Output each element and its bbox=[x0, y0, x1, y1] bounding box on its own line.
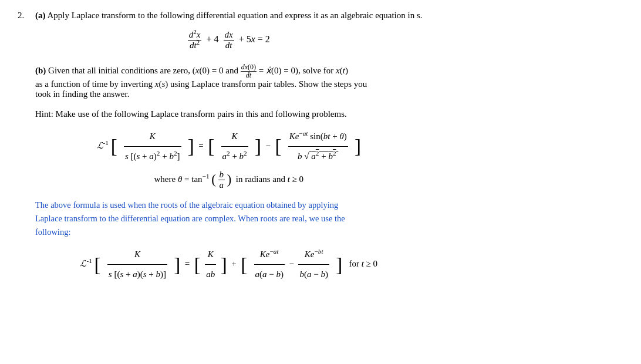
question-number: 2. bbox=[18, 11, 32, 287]
part-b: (b) Given that all initial conditions ar… bbox=[35, 63, 423, 99]
where-theta-line: where θ = tan−1 ( b a ) in radians and t… bbox=[35, 170, 423, 190]
hint-text: Hint: Make use of the following Laplace … bbox=[35, 107, 423, 121]
above-formula-line1: The above formula is used when the roots… bbox=[35, 198, 423, 212]
question-body: (a) Apply Laplace transform to the follo… bbox=[35, 11, 423, 287]
above-formula-line2: Laplace transform to the differential eq… bbox=[35, 212, 423, 225]
transform-pair-2: ℒ-1 [ K s [(s + a)(s + b)] ] = [ K bbox=[35, 245, 423, 284]
dx0-dt-inline: dx(0) dt bbox=[241, 63, 257, 79]
part-b-line3: took in finding the answer. bbox=[35, 89, 423, 99]
transform-pair-1: ℒ-1 [ K s [(s + a)2 + b2] ] = [ K bbox=[35, 127, 423, 166]
part-a-intro: (a) Apply Laplace transform to the follo… bbox=[35, 11, 423, 21]
dx-dt-fraction: dx dt bbox=[224, 30, 234, 50]
differential-equation: d2x dt2 + 4 dx dt + 5x = 2 bbox=[35, 30, 423, 50]
above-formula: The above formula is used when the roots… bbox=[35, 198, 423, 240]
part-a-text: Apply Laplace transform to the following… bbox=[47, 11, 422, 20]
above-formula-line3: following: bbox=[35, 225, 423, 239]
part-b-line2: as a function of time by inverting x(s) … bbox=[35, 79, 423, 89]
part-b-text: (b) Given that all initial conditions ar… bbox=[35, 63, 423, 79]
page-content: 2. (a) Apply Laplace transform to the fo… bbox=[18, 11, 623, 287]
part-a-label: (a) bbox=[35, 11, 46, 20]
d2x-dt2-fraction: d2x dt2 bbox=[188, 30, 202, 50]
and-word: and bbox=[225, 66, 238, 75]
part-b-label: (b) bbox=[35, 66, 46, 75]
question-header: 2. (a) Apply Laplace transform to the fo… bbox=[18, 11, 623, 287]
